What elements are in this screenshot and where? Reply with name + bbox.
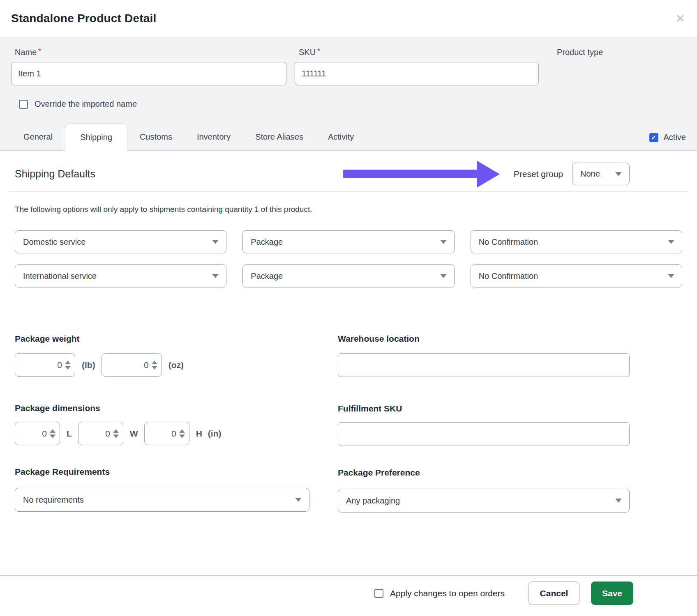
check-icon: ✓ (651, 134, 656, 141)
sku-input[interactable] (295, 62, 539, 85)
stepper-icons[interactable] (50, 429, 55, 438)
sku-label: SKU* (299, 48, 539, 57)
name-field-group: Name* (11, 48, 286, 85)
shipping-defaults-header: Shipping Defaults Preset group None (9, 151, 688, 192)
stepper-down-icon[interactable] (65, 366, 71, 370)
domestic-package-select[interactable]: Package (242, 230, 454, 253)
stepper-up-icon[interactable] (152, 361, 157, 364)
package-dimensions-label: Package dimensions (15, 403, 309, 414)
international-confirmation-select[interactable]: No Confirmation (471, 264, 682, 287)
stepper-icons[interactable] (152, 361, 157, 370)
warehouse-location-input[interactable] (338, 353, 630, 377)
stepper-down-icon[interactable] (179, 434, 185, 438)
package-details-grid: Package weight (lb) (oz) Package dimensi… (15, 333, 630, 513)
international-package-select[interactable]: Package (242, 264, 454, 287)
package-dimensions-row: L W H (in) (15, 422, 309, 445)
close-icon[interactable]: ✕ (676, 13, 685, 24)
preset-group-label: Preset group (514, 169, 563, 179)
package-preference-select[interactable]: Any packaging (338, 489, 630, 513)
save-button[interactable]: Save (591, 582, 633, 605)
right-column: Warehouse location Fulfillment SKU Packa… (338, 333, 630, 513)
fulfillment-sku-label: Fulfillment SKU (338, 403, 630, 414)
dimension-length-input[interactable] (15, 422, 60, 445)
width-unit-label: W (130, 429, 138, 439)
dimension-width-input[interactable] (78, 422, 123, 445)
preset-group-select[interactable]: None (572, 163, 630, 185)
oz-unit-label: (oz) (168, 360, 184, 370)
stepper-up-icon[interactable] (50, 429, 55, 433)
weight-oz-input[interactable] (102, 353, 162, 377)
apply-changes-checkbox[interactable] (374, 589, 383, 598)
product-type-group: Product type (547, 48, 686, 85)
modal-header: Standalone Product Detail ✕ (0, 0, 697, 37)
tab-shipping[interactable]: Shipping (65, 124, 127, 151)
override-checkbox-label: Override the imported name (35, 99, 137, 109)
package-weight-label: Package weight (15, 333, 309, 344)
shipping-note: The following options will only apply to… (15, 205, 682, 214)
cancel-button[interactable]: Cancel (529, 582, 579, 605)
weight-lb-input[interactable] (15, 353, 75, 377)
sku-field-group: SKU* (295, 48, 539, 85)
lb-unit-label: (lb) (82, 360, 95, 370)
name-input[interactable] (11, 62, 286, 85)
tab-activity[interactable]: Activity (316, 123, 366, 150)
active-toggle-group: ✓ Active (649, 133, 686, 150)
product-type-label: Product type (557, 48, 686, 57)
preset-group-value: None (580, 169, 600, 179)
chevron-down-icon (440, 274, 447, 278)
length-unit-label: L (67, 429, 72, 439)
apply-changes-group: Apply changes to open orders (374, 588, 505, 598)
chevron-down-icon (668, 274, 674, 278)
override-checkbox[interactable] (19, 100, 28, 109)
dimension-height-input[interactable] (144, 422, 189, 445)
chevron-down-icon (212, 240, 219, 244)
international-service-select[interactable]: International service (15, 264, 226, 287)
required-asterisk: * (38, 47, 41, 55)
service-defaults-grid: Domestic service Package No Confirmation… (15, 230, 682, 287)
warehouse-location-label: Warehouse location (338, 333, 630, 344)
tab-inventory[interactable]: Inventory (185, 123, 243, 150)
active-checkbox[interactable]: ✓ (649, 133, 658, 142)
chevron-down-icon (615, 499, 622, 503)
stepper-icons[interactable] (179, 429, 185, 438)
section-title: Shipping Defaults (15, 168, 95, 180)
annotation-arrow-icon (343, 161, 500, 188)
stepper-up-icon[interactable] (179, 429, 185, 433)
tab-store-aliases[interactable]: Store Aliases (243, 123, 316, 150)
required-asterisk: * (317, 47, 320, 55)
stepper-icons[interactable] (113, 429, 119, 438)
package-preference-label: Package Preference (338, 467, 630, 478)
name-label: Name* (15, 48, 286, 57)
inches-unit-label: (in) (208, 429, 222, 439)
domestic-service-select[interactable]: Domestic service (15, 230, 226, 253)
tab-bar: General Shipping Customs Inventory Store… (0, 116, 697, 151)
left-column: Package weight (lb) (oz) Package dimensi… (15, 333, 309, 513)
active-checkbox-label: Active (664, 133, 686, 142)
domestic-confirmation-select[interactable]: No Confirmation (471, 230, 682, 253)
chevron-down-icon (440, 240, 447, 244)
stepper-up-icon[interactable] (65, 361, 71, 364)
stepper-up-icon[interactable] (113, 429, 119, 433)
footer: Apply changes to open orders Cancel Save (0, 576, 697, 605)
package-requirements-label: Package Requirements (15, 467, 309, 477)
stepper-down-icon[interactable] (113, 434, 119, 438)
stepper-icons[interactable] (65, 361, 71, 370)
chevron-down-icon (668, 240, 674, 244)
stepper-down-icon[interactable] (50, 434, 55, 438)
height-unit-label: H (196, 429, 202, 439)
override-name-row: Override the imported name (19, 99, 686, 109)
tab-general[interactable]: General (11, 123, 65, 150)
chevron-down-icon (615, 172, 622, 176)
fulfillment-sku-input[interactable] (338, 422, 630, 446)
modal-title: Standalone Product Detail (11, 12, 157, 25)
apply-changes-label: Apply changes to open orders (390, 588, 505, 598)
tab-customs[interactable]: Customs (127, 123, 185, 150)
stepper-down-icon[interactable] (152, 366, 157, 370)
package-requirements-select[interactable]: No requirements (15, 488, 309, 512)
product-summary-panel: Name* SKU* Product type Override the imp… (0, 37, 697, 151)
chevron-down-icon (212, 274, 219, 278)
chevron-down-icon (295, 498, 302, 502)
package-weight-row: (lb) (oz) (15, 353, 309, 377)
